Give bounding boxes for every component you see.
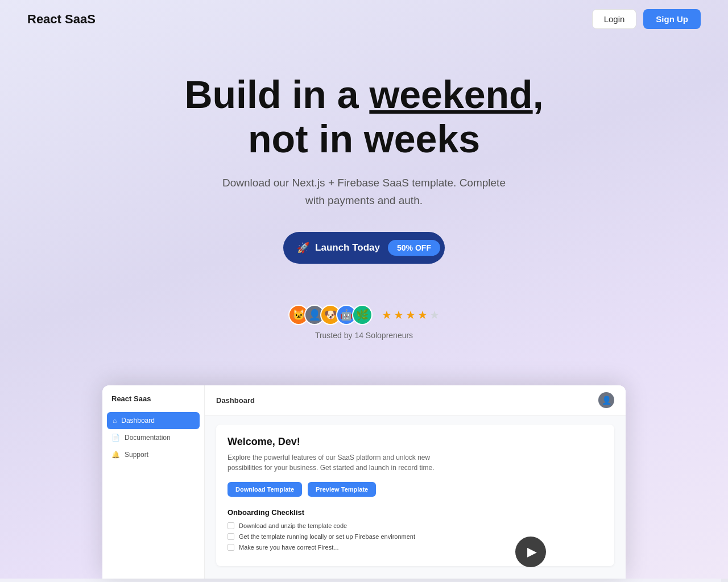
hero-section: React SaaS Login Sign Up Build in a week… [0, 0, 728, 579]
hero-title-line2: not in weeks [248, 117, 480, 160]
cta-badge: 50% OFF [388, 240, 440, 256]
play-button[interactable]: ▶ [515, 537, 546, 567]
navbar-actions: Login Sign Up [592, 9, 701, 29]
trusted-text: Trusted by 14 Solopreneurs [315, 331, 413, 340]
sidebar-item-documentation[interactable]: 📄 Documentation [102, 429, 204, 446]
star-3: ★ [406, 308, 416, 322]
home-icon: ⌂ [113, 417, 117, 425]
checklist-text-1: Download and unzip the template code [239, 522, 347, 529]
mock-content: Welcome, Dev! Explore the powerful featu… [205, 415, 626, 575]
hero-title: Build in a weekend, not in weeks [11, 72, 717, 161]
sidebar-item-support[interactable]: 🔔 Support [102, 446, 204, 463]
sidebar-documentation-label: Documentation [125, 434, 171, 442]
star-2: ★ [394, 308, 404, 322]
user-avatar: 👤 [598, 392, 614, 408]
avatars: 🐱 👤 🐶 🤖 🌿 [288, 305, 373, 325]
sidebar-dashboard-label: Dashboard [121, 417, 155, 425]
avatar: 🌿 [352, 305, 373, 325]
cta-label: Launch Today [315, 242, 380, 253]
social-proof: 🐱 👤 🐶 🤖 🌿 ★ ★ ★ ★ ★ Trusted by 14 Solopr… [11, 305, 717, 340]
support-icon: 🔔 [111, 451, 120, 459]
checklist-item-2: Get the template running locally or set … [228, 533, 603, 540]
checkbox-1[interactable] [228, 522, 234, 529]
checklist-title: Onboarding Checklist [228, 508, 603, 517]
mock-main: Dashboard 👤 Welcome, Dev! Explore the po… [205, 385, 626, 579]
hero-title-part1: Build in a [184, 73, 369, 116]
welcome-desc: Explore the powerful features of our Saa… [228, 452, 455, 473]
mock-brand: React Saas [102, 394, 204, 412]
download-template-button[interactable]: Download Template [228, 482, 302, 497]
mock-header-title: Dashboard [216, 396, 255, 405]
navbar-brand: React SaaS [27, 12, 96, 27]
welcome-title: Welcome, Dev! [228, 436, 603, 448]
checklist-text-3: Make sure you have correct Firest... [239, 544, 338, 551]
hero-content: Build in a weekend, not in weeks Downloa… [0, 38, 728, 363]
checklist-item-1: Download and unzip the template code [228, 522, 603, 529]
mock-sidebar: React Saas ⌂ Dashboard 📄 Documentation 🔔… [102, 385, 205, 579]
person-icon: 👤 [602, 396, 611, 405]
play-icon: ▶ [527, 544, 537, 559]
dashboard-mockup: React Saas ⌂ Dashboard 📄 Documentation 🔔… [102, 385, 626, 579]
star-1: ★ [382, 308, 392, 322]
checkbox-3[interactable] [228, 544, 234, 551]
star-rating: ★ ★ ★ ★ ★ [382, 308, 440, 322]
star-5: ★ [429, 308, 440, 322]
hero-subtitle: Download our Next.js + Firebase SaaS tem… [222, 174, 506, 209]
sidebar-support-label: Support [125, 451, 148, 459]
welcome-card: Welcome, Dev! Explore the powerful featu… [216, 425, 614, 566]
action-buttons: Download Template Preview Template [228, 482, 603, 497]
navbar: React SaaS Login Sign Up [0, 0, 728, 38]
cta-button[interactable]: 🚀 Launch Today 50% OFF [283, 232, 445, 264]
login-button[interactable]: Login [592, 9, 637, 29]
signup-button[interactable]: Sign Up [643, 9, 701, 29]
sidebar-item-dashboard[interactable]: ⌂ Dashboard [107, 412, 200, 429]
hero-title-part2: , [533, 73, 544, 116]
doc-icon: 📄 [111, 434, 120, 442]
checklist-item-3: Make sure you have correct Firest... [228, 544, 603, 551]
hero-title-underline: weekend [369, 73, 532, 116]
checkbox-2[interactable] [228, 533, 234, 540]
star-4: ★ [417, 308, 428, 322]
dashboard-preview: React Saas ⌂ Dashboard 📄 Documentation 🔔… [91, 385, 637, 579]
rocket-icon: 🚀 [297, 242, 309, 254]
checklist-text-2: Get the template running locally or set … [239, 533, 415, 540]
mock-header: Dashboard 👤 [205, 385, 626, 415]
preview-template-button[interactable]: Preview Template [308, 482, 376, 497]
